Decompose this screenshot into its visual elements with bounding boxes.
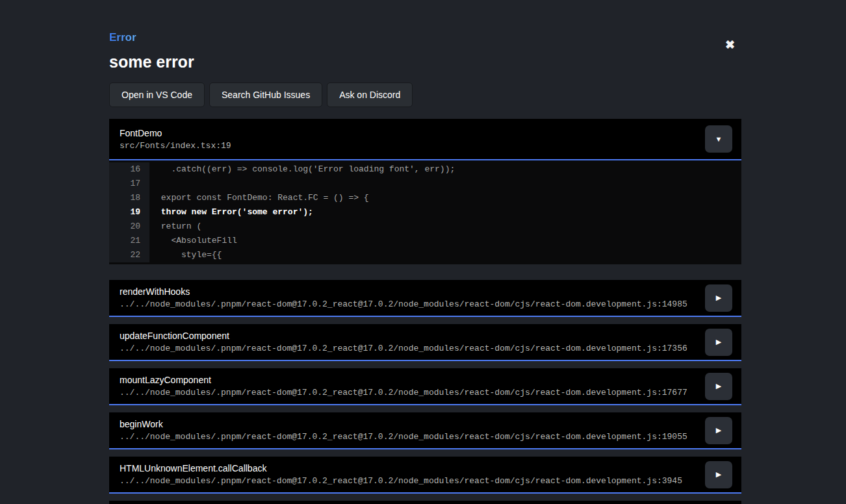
source-code-block: 16 .catch((err) => console.log('Error lo… [109,160,741,264]
action-button-label: Search GitHub Issues [222,90,310,100]
expand-frame-button[interactable]: ▶ [705,373,732,400]
chevron-down-icon: ▼ [715,135,723,143]
line-source: throw new Error('some error'); [149,205,313,220]
code-line: 20 return ( [109,220,741,234]
collapse-frame-button[interactable]: ▼ [705,125,732,153]
code-frame: FontDemo src/Fonts/index.tsx:19 ▼ 16 .ca… [109,119,741,264]
line-source: style={{ [149,248,222,262]
action-button[interactable]: Open in VS Code [109,82,205,107]
error-message: some error [109,53,741,71]
line-number: 16 [109,162,149,177]
chevron-right-icon: ▶ [716,338,721,346]
stack-frame-row[interactable]: beginWork ../../node_modules/.pnpm/react… [109,412,741,449]
chevron-right-icon: ▶ [716,294,721,302]
code-line: 21 <AbsoluteFill [109,234,741,248]
stack-frame-row[interactable]: mountLazyComponent ../../node_modules/.p… [109,368,741,405]
line-number: 21 [109,234,149,248]
stack-frame-row[interactable]: updateFunctionComponent ../../node_modul… [109,324,741,361]
line-number: 18 [109,191,149,205]
error-type-label: Error [109,31,136,44]
line-number: 20 [109,220,149,234]
chevron-right-icon: ▶ [716,426,721,435]
code-line: 18 export const FontDemo: React.FC = () … [109,191,741,205]
line-source: .catch((err) => console.log('Error loadi… [149,162,455,177]
frame-function-name: FontDemo [120,128,696,139]
stack-frame-row[interactable]: ▶ [109,501,741,504]
action-button-label: Ask on Discord [339,90,400,100]
frame-source-location: ../../node_modules/.pnpm/react-dom@17.0.… [120,344,696,353]
chevron-right-icon: ▶ [716,382,721,390]
frame-source-location: ../../node_modules/.pnpm/react-dom@17.0.… [120,432,696,442]
expand-frame-button[interactable]: ▶ [705,417,732,444]
chevron-right-icon: ▶ [716,470,721,479]
line-number: 17 [109,177,149,191]
stack-frame-row[interactable]: HTMLUnknownElement.callCallback ../../no… [109,457,741,494]
action-button-label: Open in VS Code [122,90,192,100]
frame-source-location: ../../node_modules/.pnpm/react-dom@17.0.… [120,388,696,397]
frame-function-name: HTMLUnknownElement.callCallback [120,463,696,474]
code-line: 17 [109,177,741,191]
line-source: <AbsoluteFill [149,234,237,248]
line-source: export const FontDemo: React.FC = () => … [149,191,369,205]
frame-function-name: updateFunctionComponent [120,331,696,342]
action-button[interactable]: Search GitHub Issues [209,82,322,107]
frame-source-location: ../../node_modules/.pnpm/react-dom@17.0.… [120,476,696,486]
code-frame-header[interactable]: FontDemo src/Fonts/index.tsx:19 ▼ [109,119,741,160]
stack-trace-list: renderWithHooks ../../node_modules/.pnpm… [109,280,741,504]
action-buttons: Open in VS Code Search GitHub Issues Ask… [109,82,741,107]
close-icon[interactable]: ✖ [725,39,735,51]
line-source: return ( [149,220,201,234]
code-line: 19 throw new Error('some error'); [109,205,741,220]
frame-source-location: src/Fonts/index.tsx:19 [120,141,696,151]
expand-frame-button[interactable]: ▶ [705,329,732,356]
line-source [149,177,156,191]
frame-function-name: renderWithHooks [120,286,696,297]
action-button[interactable]: Ask on Discord [327,82,413,107]
frame-source-location: ../../node_modules/.pnpm/react-dom@17.0.… [120,299,696,309]
frame-function-name: mountLazyComponent [120,375,696,386]
expand-frame-button[interactable]: ▶ [705,461,732,488]
frame-function-name: beginWork [120,419,696,430]
error-overlay: Error some error ✖ Open in VS Code Searc… [109,0,741,504]
code-line: 22 style={{ [109,248,741,262]
stack-frame-row[interactable]: renderWithHooks ../../node_modules/.pnpm… [109,280,741,317]
line-number: 19 [109,205,149,220]
expand-frame-button[interactable]: ▶ [705,284,732,312]
code-line: 16 .catch((err) => console.log('Error lo… [109,162,741,177]
line-number: 22 [109,248,149,262]
